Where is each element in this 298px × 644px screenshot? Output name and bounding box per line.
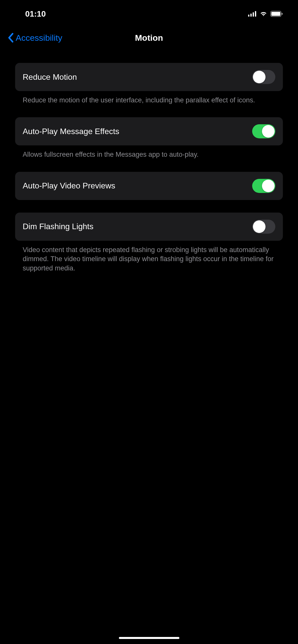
setting-label: Auto-Play Video Previews (23, 181, 115, 190)
setting-label: Auto-Play Message Effects (23, 127, 119, 136)
battery-icon (270, 11, 283, 17)
toggle-knob (262, 180, 275, 192)
status-time: 01:10 (25, 9, 46, 19)
toggle-knob (253, 220, 266, 233)
setting-row-dim-flashing-lights[interactable]: Dim Flashing Lights (15, 213, 283, 241)
status-icons (248, 11, 283, 17)
home-indicator[interactable] (119, 637, 179, 639)
setting-description: Allows fullscreen effects in the Message… (15, 145, 283, 159)
svg-rect-5 (271, 12, 280, 16)
back-button[interactable]: Accessibility (8, 33, 62, 43)
svg-rect-0 (248, 15, 249, 17)
toggle-knob (262, 125, 275, 138)
back-label: Accessibility (16, 33, 62, 43)
setting-row-autoplay-message-effects[interactable]: Auto-Play Message Effects (15, 117, 283, 145)
svg-rect-6 (282, 13, 283, 15)
status-bar: 01:10 (0, 0, 298, 25)
page-title: Motion (135, 33, 163, 43)
setting-group-autoplay-message-effects: Auto-Play Message Effects Allows fullscr… (15, 117, 283, 159)
toggle-dim-flashing-lights[interactable] (252, 220, 275, 234)
toggle-knob (253, 71, 266, 83)
setting-row-autoplay-video-previews[interactable]: Auto-Play Video Previews (15, 172, 283, 200)
toggle-autoplay-video-previews[interactable] (252, 179, 275, 193)
svg-rect-3 (255, 11, 256, 17)
setting-label: Dim Flashing Lights (23, 222, 93, 231)
setting-description: Reduce the motion of the user interface,… (15, 91, 283, 105)
toggle-autoplay-message-effects[interactable] (252, 124, 275, 138)
setting-row-reduce-motion[interactable]: Reduce Motion (15, 63, 283, 91)
setting-description: Video content that depicts repeated flas… (15, 241, 283, 273)
setting-group-autoplay-video-previews: Auto-Play Video Previews (15, 172, 283, 200)
toggle-reduce-motion[interactable] (252, 70, 275, 84)
setting-group-dim-flashing-lights: Dim Flashing Lights Video content that d… (15, 213, 283, 273)
cellular-signal-icon (248, 11, 257, 17)
settings-content: Reduce Motion Reduce the motion of the u… (0, 55, 298, 273)
svg-rect-2 (253, 12, 254, 17)
setting-label: Reduce Motion (23, 72, 77, 82)
setting-group-reduce-motion: Reduce Motion Reduce the motion of the u… (15, 63, 283, 105)
navigation-bar: Accessibility Motion (0, 25, 298, 55)
chevron-left-icon (8, 33, 14, 43)
wifi-icon (260, 11, 267, 17)
svg-rect-1 (250, 14, 252, 17)
